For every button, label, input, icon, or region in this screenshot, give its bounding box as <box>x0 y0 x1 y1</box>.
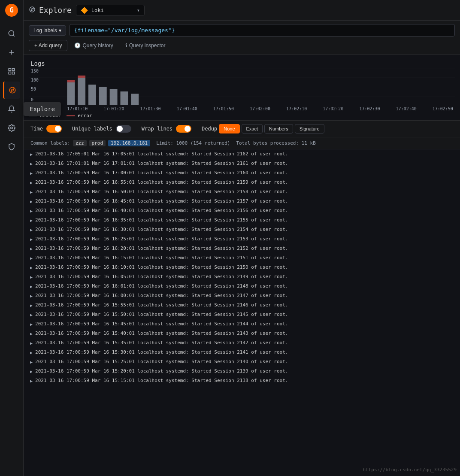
log-line[interactable]: ▶2021-03-16 17:00:59 Mar 16 16:10:01 loc… <box>24 263 460 272</box>
svg-text:100: 100 <box>31 77 39 82</box>
log-line[interactable]: ▶2021-03-16 17:00:59 Mar 16 15:30:01 loc… <box>24 348 460 357</box>
chart-legend: unknown error <box>29 111 455 120</box>
log-line[interactable]: ▶2021-03-16 17:00:59 Mar 16 16:35:01 loc… <box>24 215 460 225</box>
log-line[interactable]: ▶2021-03-16 17:00:59 Mar 16 16:15:01 loc… <box>24 253 460 263</box>
expand-arrow: ▶ <box>30 227 33 233</box>
svg-text:0: 0 <box>31 97 33 102</box>
log-text: 2021-03-16 17:01:01 Mar 16 17:01:01 loca… <box>35 160 288 167</box>
dedup-signature-button[interactable]: Signature <box>295 124 324 133</box>
log-text: 2021-03-16 17:00:59 Mar 16 15:20:01 loca… <box>35 367 288 375</box>
expand-arrow: ▶ <box>30 246 33 252</box>
query-input[interactable]: {filename="/var/log/messages"} <box>70 24 455 36</box>
log-line[interactable]: ▶2021-03-16 17:00:59 Mar 16 16:05:01 loc… <box>24 272 460 282</box>
log-line[interactable]: ▶2021-03-16 17:00:59 Mar 16 15:40:01 loc… <box>24 329 460 338</box>
svg-rect-9 <box>12 72 15 74</box>
log-text: 2021-03-16 17:00:59 Mar 16 16:25:01 loca… <box>35 235 288 243</box>
log-text: 2021-03-16 17:00:59 Mar 16 15:55:01 loca… <box>35 301 288 309</box>
svg-rect-26 <box>110 89 118 105</box>
log-line[interactable]: ▶2021-03-16 17:01:01 Mar 16 17:01:01 loc… <box>24 159 460 168</box>
log-text: 2021-03-16 17:00:59 Mar 16 16:40:01 loca… <box>35 207 288 215</box>
svg-text:G: G <box>9 6 14 14</box>
log-line[interactable]: ▶2021-03-16 17:00:59 Mar 16 15:55:01 loc… <box>24 300 460 310</box>
log-line[interactable]: ▶2021-03-16 17:00:59 Mar 16 16:55:01 loc… <box>24 178 460 187</box>
svg-rect-7 <box>12 68 15 70</box>
log-line[interactable]: ▶2021-03-16 17:00:59 Mar 16 16:00:01 loc… <box>24 291 460 300</box>
expand-arrow: ▶ <box>30 217 33 224</box>
log-line[interactable]: ▶2021-03-16 17:00:59 Mar 16 16:01:01 loc… <box>24 282 460 291</box>
log-line[interactable]: ▶2021-03-16 17:00:59 Mar 16 16:30:01 loc… <box>24 225 460 234</box>
query-actions: + Add query 🕐 Query history ℹ Query insp… <box>29 40 455 51</box>
explore-icon <box>29 6 36 15</box>
svg-text:50: 50 <box>31 86 36 91</box>
sidebar-item-settings[interactable] <box>3 119 20 136</box>
add-query-button[interactable]: + Add query <box>29 40 67 51</box>
time-toggle[interactable] <box>46 125 62 133</box>
clock-icon: 🕐 <box>74 42 81 49</box>
log-line[interactable]: ▶2021-03-16 17:00:59 Mar 16 16:45:01 loc… <box>24 197 460 206</box>
expand-arrow: ▶ <box>30 321 33 328</box>
expand-arrow: ▶ <box>30 349 33 356</box>
log-line[interactable]: ▶2021-03-16 17:00:59 Mar 16 15:35:01 loc… <box>24 338 460 348</box>
sidebar-item-add[interactable] <box>3 44 20 61</box>
log-text: 2021-03-16 17:00:59 Mar 16 15:40:01 loca… <box>35 330 288 337</box>
svg-point-11 <box>11 127 13 129</box>
sidebar-item-alerting[interactable] <box>3 100 20 118</box>
svg-rect-25 <box>99 87 107 106</box>
svg-rect-6 <box>9 68 11 70</box>
log-text: 2021-03-16 17:00:59 Mar 16 15:50:01 loca… <box>35 311 288 318</box>
log-line[interactable]: ▶2021-03-16 17:00:59 Mar 16 15:25:01 loc… <box>24 357 460 367</box>
svg-rect-28 <box>131 94 139 105</box>
dedup-none-button[interactable]: None <box>219 124 239 133</box>
wrap-lines-control: Wrap lines <box>142 125 191 133</box>
sidebar-item-search[interactable] <box>3 25 20 42</box>
expand-arrow: ▶ <box>30 293 33 300</box>
svg-line-3 <box>13 35 14 36</box>
log-text: 2021-03-16 17:05:01 Mar 16 17:05:01 loca… <box>35 150 288 158</box>
chart-container: 150 100 50 0 17:01:00 17:01:10 <box>24 69 460 120</box>
log-line[interactable]: ▶2021-03-16 17:00:59 Mar 16 17:00:01 loc… <box>24 168 460 178</box>
query-input-row: Log labels ▾ {filename="/var/log/message… <box>29 24 455 36</box>
datasource-selector[interactable]: 🔶 Loki ▾ <box>76 5 145 16</box>
expand-arrow: ▶ <box>30 161 33 167</box>
logs-header: Logs <box>24 55 460 69</box>
log-text: 2021-03-16 17:00:59 Mar 16 16:45:01 loca… <box>35 197 288 205</box>
logs-section: Logs 150 100 50 0 <box>24 55 460 476</box>
datasource-icon: 🔶 <box>81 7 88 14</box>
query-inspector-button[interactable]: ℹ Query inspector <box>120 40 171 51</box>
expand-arrow: ▶ <box>30 170 33 177</box>
log-line[interactable]: ▶2021-03-16 17:00:59 Mar 16 15:20:01 loc… <box>24 367 460 376</box>
log-line[interactable]: ▶2021-03-16 17:00:59 Mar 16 15:45:01 loc… <box>24 319 460 329</box>
dedup-numbers-button[interactable]: Numbers <box>264 124 293 133</box>
chevron-down-icon: ▾ <box>59 27 61 33</box>
info-icon: ℹ <box>125 42 127 49</box>
log-labels-button[interactable]: Log labels ▾ <box>29 25 66 36</box>
log-text: 2021-03-16 17:00:59 Mar 16 15:45:01 loca… <box>35 320 288 328</box>
log-text: 2021-03-16 17:00:59 Mar 16 16:15:01 loca… <box>35 254 288 262</box>
dedup-exact-button[interactable]: Exact <box>242 124 263 133</box>
svg-point-12 <box>30 7 35 12</box>
sidebar-item-explore[interactable] <box>3 82 20 99</box>
log-line[interactable]: ▶2021-03-16 17:00:59 Mar 16 16:20:01 loc… <box>24 244 460 253</box>
expand-arrow: ▶ <box>30 302 33 309</box>
log-line[interactable]: ▶2021-03-16 17:00:59 Mar 16 16:25:01 loc… <box>24 234 460 244</box>
unique-labels-toggle[interactable] <box>116 125 131 133</box>
app-logo[interactable]: G <box>5 3 18 17</box>
log-line[interactable]: ▶2021-03-16 17:00:59 Mar 16 16:40:01 loc… <box>24 206 460 215</box>
sidebar-item-dashboards[interactable] <box>3 63 20 80</box>
sidebar-item-shield[interactable] <box>3 138 20 155</box>
wrap-lines-toggle[interactable] <box>176 125 191 133</box>
log-line[interactable]: ▶2021-03-16 17:00:59 Mar 16 16:50:01 loc… <box>24 187 460 197</box>
log-line[interactable]: ▶2021-03-16 17:00:59 Mar 16 15:15:01 loc… <box>24 376 460 385</box>
svg-rect-27 <box>120 91 128 105</box>
log-line[interactable]: ▶2021-03-16 17:05:01 Mar 16 17:05:01 loc… <box>24 149 460 159</box>
expand-arrow: ▶ <box>30 255 33 262</box>
query-history-button[interactable]: 🕐 Query history <box>69 40 118 51</box>
explore-tooltip: Explore <box>24 102 61 116</box>
log-text: 2021-03-16 17:00:59 Mar 16 15:15:01 loca… <box>35 377 288 385</box>
log-line[interactable]: ▶2021-03-16 17:00:59 Mar 16 15:50:01 loc… <box>24 310 460 319</box>
expand-arrow: ▶ <box>30 179 33 186</box>
log-text: 2021-03-16 17:00:59 Mar 16 16:05:01 loca… <box>35 273 288 281</box>
log-text: 2021-03-16 17:00:59 Mar 16 16:30:01 loca… <box>35 226 288 233</box>
log-chart[interactable]: 150 100 50 0 <box>29 69 455 105</box>
expand-arrow: ▶ <box>30 151 33 158</box>
